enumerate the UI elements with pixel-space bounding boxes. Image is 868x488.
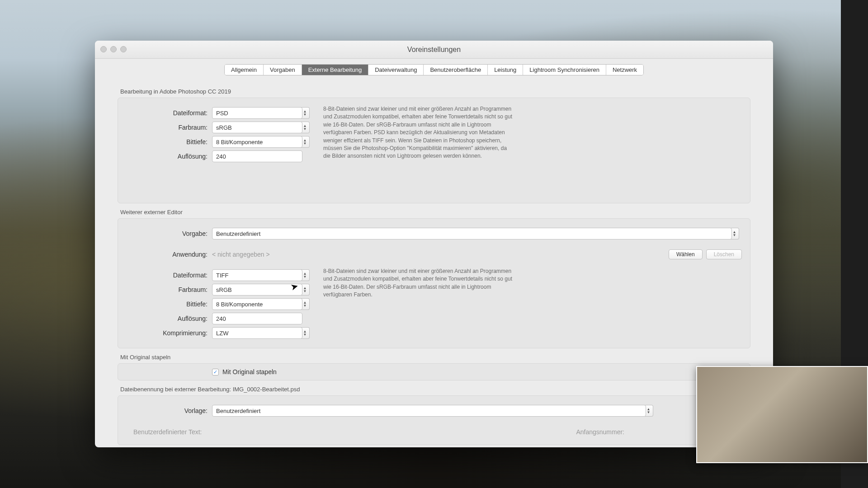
tab-netzwerk[interactable]: Netzwerk [606, 65, 643, 75]
label-aufloesung: Auflösung: [126, 153, 212, 160]
text-anwendung-value: < nicht angegeben > [212, 251, 270, 258]
tab-lightroom-sync[interactable]: Lightroom Synchronisieren [523, 65, 606, 75]
panel-naming: Vorlage: Benutzerdefiniert ▲▼ Benutzerde… [118, 395, 750, 445]
input-aufloesung2[interactable] [212, 313, 302, 324]
close-icon[interactable] [100, 46, 107, 52]
tab-externe-bearbeitung[interactable]: Externe Bearbeitung [302, 65, 369, 75]
label-komprimierung: Komprimierung: [126, 329, 212, 337]
select-vorgabe[interactable]: Benutzerdefiniert [212, 228, 732, 239]
select-vorlage[interactable]: Benutzerdefiniert [212, 405, 646, 417]
section-stack-title: Mit Original stapeln [120, 354, 750, 361]
tab-benutzeroberflaeche[interactable]: Benutzeroberfläche [424, 65, 488, 75]
hint-external: 8-Bit-Dateien sind zwar kleiner und mit … [323, 267, 513, 342]
label-dateiformat2: Dateiformat: [126, 272, 212, 279]
label-bittiefe2: Bittiefe: [126, 300, 212, 308]
tab-dateiverwaltung[interactable]: Dateiverwaltung [368, 65, 424, 75]
label-anwendung: Anwendung: [126, 251, 212, 258]
label-custom-text: Benutzerdefinierter Text: [126, 428, 207, 436]
label-farbraum2: Farbraum: [126, 286, 212, 293]
section-external-title: Weiterer externer Editor [120, 209, 750, 216]
checkbox-stack-with-original[interactable] [212, 369, 219, 375]
label-bittiefe: Bittiefe: [126, 138, 212, 145]
titlebar[interactable]: Voreinstellungen [95, 41, 773, 59]
zoom-icon[interactable] [120, 46, 127, 52]
checkbox-label: Mit Original stapeln [222, 368, 277, 375]
label-vorgabe: Vorgabe: [126, 230, 212, 237]
label-dateiformat: Dateiformat: [126, 109, 212, 117]
label-aufloesung2: Auflösung: [126, 315, 212, 322]
panel-stack: Mit Original stapeln [118, 363, 750, 380]
panel-external-editor: Vorgabe: Benutzerdefiniert ▲▼ Anwendung:… [118, 218, 750, 348]
tab-leistung[interactable]: Leistung [488, 65, 523, 75]
section-photoshop-title: Bearbeitung in Adobe Photoshop CC 2019 [120, 88, 750, 95]
tab-bar: Allgemein Vorgaben Externe Bearbeitung D… [95, 64, 773, 75]
hint-photoshop: 8-Bit-Dateien sind zwar kleiner und mit … [323, 104, 513, 197]
clear-app-button[interactable]: Löschen [706, 249, 742, 259]
tab-allgemein[interactable]: Allgemein [225, 65, 264, 75]
label-start-number: Anfangsnummer: [576, 428, 624, 436]
section-naming-title: Dateibenennung bei externer Bearbeitung:… [120, 386, 750, 393]
select-farbraum2[interactable]: sRGB [212, 284, 302, 296]
window-controls [100, 46, 127, 52]
window-title: Voreinstellungen [407, 46, 461, 54]
select-farbraum[interactable]: sRGB [212, 122, 302, 133]
label-farbraum: Farbraum: [126, 124, 212, 131]
choose-app-button[interactable]: Wählen [669, 249, 703, 259]
tab-vorgaben[interactable]: Vorgaben [264, 65, 302, 75]
select-dateiformat[interactable]: PSD [212, 107, 302, 119]
select-dateiformat2[interactable]: TIFF [212, 269, 302, 281]
webcam-overlay [696, 366, 868, 463]
minimize-icon[interactable] [110, 46, 117, 52]
input-aufloesung[interactable] [212, 150, 302, 162]
label-vorlage: Vorlage: [126, 407, 212, 414]
select-komprimierung[interactable]: LZW [212, 327, 302, 339]
preferences-window: Voreinstellungen Allgemein Vorgaben Exte… [95, 41, 773, 447]
select-bittiefe2[interactable]: 8 Bit/Komponente [212, 298, 302, 310]
panel-photoshop: Dateiformat: PSD ▲▼ Farbraum: sRGB ▲▼ Bi… [118, 98, 750, 203]
select-bittiefe[interactable]: 8 Bit/Komponente [212, 136, 302, 148]
